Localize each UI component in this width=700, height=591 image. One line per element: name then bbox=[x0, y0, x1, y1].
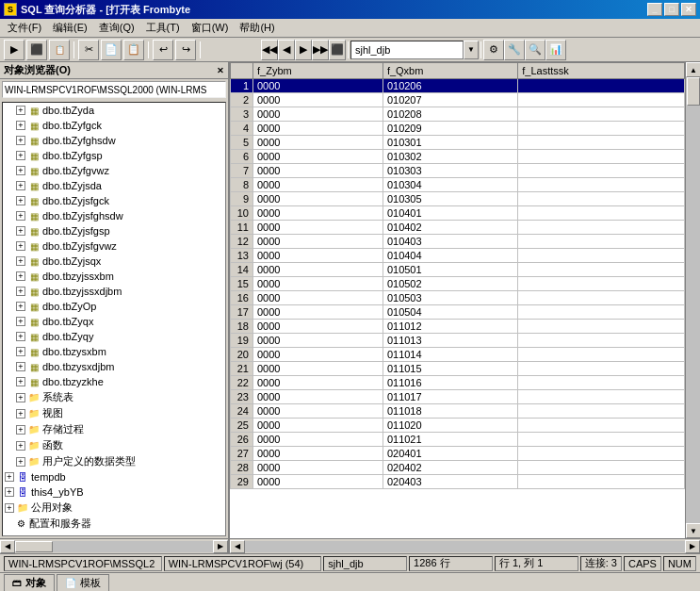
tree-item-tbZyjsfgck[interactable]: + ▦ dbo.tbZyjsfgck bbox=[3, 193, 225, 208]
toolbar-next-btn[interactable]: ▶ bbox=[295, 40, 312, 60]
cell[interactable]: 011018 bbox=[383, 404, 517, 419]
expand-icon[interactable]: + bbox=[5, 487, 14, 497]
toolbar-btn-6[interactable]: 📋 bbox=[123, 40, 144, 60]
expand-icon[interactable]: + bbox=[16, 393, 25, 402]
cell[interactable]: 010404 bbox=[383, 249, 517, 263]
hscroll-left[interactable]: ◀ bbox=[230, 540, 245, 553]
tree-item-tbzyjssxdjbm[interactable]: + ▦ dbo.tbzyjssxdjbm bbox=[3, 284, 225, 299]
expand-icon[interactable]: + bbox=[16, 377, 25, 386]
cell[interactable]: 0000 bbox=[253, 93, 383, 107]
cell[interactable]: 010305 bbox=[383, 192, 517, 206]
tree-item-tbZyfgsp[interactable]: + ▦ dbo.tbZyfgsp bbox=[3, 148, 225, 163]
cell[interactable] bbox=[518, 192, 685, 206]
expand-icon[interactable]: + bbox=[16, 362, 25, 371]
tree-item-views[interactable]: + 📁 视图 bbox=[3, 405, 225, 421]
expand-icon[interactable]: + bbox=[16, 181, 25, 190]
table-row[interactable]: 260000011021 bbox=[231, 433, 685, 447]
expand-icon[interactable]: + bbox=[5, 472, 14, 482]
cell[interactable] bbox=[518, 320, 685, 334]
scroll-down-btn[interactable]: ▼ bbox=[686, 523, 700, 538]
table-row[interactable]: 220000011016 bbox=[231, 376, 685, 390]
cell[interactable]: 0000 bbox=[253, 277, 383, 291]
object-browser-dropdown[interactable]: WIN-LRMSPCV1ROF\MSSQL2000 (WIN-LRMS bbox=[2, 81, 226, 98]
cell[interactable] bbox=[518, 362, 685, 376]
cell[interactable]: 010206 bbox=[383, 79, 517, 93]
cell[interactable]: 020402 bbox=[383, 461, 517, 475]
cell[interactable]: 0000 bbox=[253, 263, 383, 277]
cell[interactable]: 010403 bbox=[383, 235, 517, 249]
cell[interactable]: 010402 bbox=[383, 221, 517, 235]
tree-item-systables[interactable]: + 📁 系统表 bbox=[3, 389, 225, 405]
cell[interactable]: 011015 bbox=[383, 362, 517, 376]
tree-item-configserver[interactable]: ⚙ 配置和服务器 bbox=[3, 516, 225, 532]
tree-item-tbZyqy[interactable]: + ▦ dbo.tbZyqy bbox=[3, 329, 225, 344]
cell[interactable]: 010504 bbox=[383, 305, 517, 320]
cell[interactable]: 010501 bbox=[383, 263, 517, 277]
minimize-button[interactable]: _ bbox=[647, 3, 662, 16]
cell[interactable] bbox=[518, 404, 685, 419]
tree-item-sprocs[interactable]: + 📁 存储过程 bbox=[3, 421, 225, 437]
cell[interactable]: 0000 bbox=[253, 291, 383, 305]
cell[interactable]: 0000 bbox=[253, 221, 383, 235]
table-row[interactable]: 210000011015 bbox=[231, 362, 685, 376]
expand-icon[interactable]: + bbox=[16, 241, 25, 251]
cell[interactable]: 0000 bbox=[253, 447, 383, 461]
toolbar-last-btn[interactable]: ▶▶ bbox=[312, 40, 329, 60]
cell[interactable]: 0000 bbox=[253, 178, 383, 192]
cell[interactable] bbox=[518, 79, 685, 93]
tree-item-tbZyda[interactable]: + ▦ dbo.tbZyda bbox=[3, 103, 225, 118]
table-row[interactable]: 70000010303 bbox=[231, 164, 685, 178]
table-row[interactable]: 290000020403 bbox=[231, 475, 685, 489]
expand-icon[interactable]: + bbox=[16, 151, 25, 160]
menu-window[interactable]: 窗口(W) bbox=[186, 19, 235, 37]
cell[interactable]: 010208 bbox=[383, 107, 517, 122]
right-scrollbar[interactable]: ▲ ▼ bbox=[685, 62, 700, 538]
cell[interactable]: 0000 bbox=[253, 136, 383, 150]
cell[interactable]: 0000 bbox=[253, 433, 383, 447]
cell[interactable] bbox=[518, 235, 685, 249]
menu-file[interactable]: 文件(F) bbox=[2, 19, 47, 37]
tree-item-tbzysxbm[interactable]: + ▦ dbo.tbzysxbm bbox=[3, 344, 225, 359]
cell[interactable]: 011021 bbox=[383, 433, 517, 447]
cell[interactable]: 020403 bbox=[383, 475, 517, 489]
cell[interactable]: 0000 bbox=[253, 79, 383, 93]
expand-icon[interactable]: + bbox=[16, 271, 25, 281]
expand-icon[interactable]: + bbox=[5, 503, 14, 513]
table-row[interactable]: 60000010302 bbox=[231, 150, 685, 164]
toolbar-btn-8[interactable]: ↪ bbox=[175, 40, 196, 60]
expand-icon[interactable]: + bbox=[16, 441, 25, 451]
cell[interactable]: 0000 bbox=[253, 390, 383, 404]
cell[interactable] bbox=[518, 475, 685, 489]
cell[interactable]: 0000 bbox=[253, 475, 383, 489]
table-row[interactable]: 50000010301 bbox=[231, 136, 685, 150]
cell[interactable]: 0000 bbox=[253, 376, 383, 390]
toolbar-btn-5[interactable]: 📄 bbox=[101, 40, 122, 60]
tree-item-functions[interactable]: + 📁 函数 bbox=[3, 437, 225, 453]
cell[interactable] bbox=[518, 305, 685, 320]
expand-icon[interactable]: + bbox=[16, 226, 25, 236]
menu-edit[interactable]: 编辑(E) bbox=[47, 19, 93, 37]
cell[interactable] bbox=[518, 334, 685, 348]
cell[interactable] bbox=[518, 249, 685, 263]
grid-container[interactable]: f_Zybm f_Qxbm f_Lasttssk 100000102062000… bbox=[230, 62, 685, 538]
toolbar-btn-3[interactable]: 📋 bbox=[49, 40, 70, 60]
expand-icon[interactable]: + bbox=[16, 332, 25, 341]
expand-icon[interactable]: + bbox=[16, 166, 25, 175]
scroll-thumb[interactable] bbox=[15, 541, 53, 552]
cell[interactable]: 0000 bbox=[253, 192, 383, 206]
tree-item-tempdb[interactable]: + 🗄 tempdb bbox=[3, 469, 225, 484]
cell[interactable] bbox=[518, 178, 685, 192]
toolbar-btn-props[interactable]: ⚙ bbox=[483, 40, 504, 60]
table-row[interactable]: 170000010504 bbox=[231, 305, 685, 320]
tree-item-tbZyfghsdw[interactable]: + ▦ dbo.tbZyfghsdw bbox=[3, 133, 225, 148]
tree-item-publicobj[interactable]: + 📁 公用对象 bbox=[3, 500, 225, 516]
cell[interactable] bbox=[518, 93, 685, 107]
tree-item-tbZyfgck[interactable]: + ▦ dbo.tbZyfgck bbox=[3, 118, 225, 133]
table-row[interactable]: 20000010207 bbox=[231, 93, 685, 107]
close-button[interactable]: ✕ bbox=[681, 3, 696, 16]
table-row[interactable]: 10000010206 bbox=[231, 79, 685, 93]
table-dropdown[interactable]: sjhl_djb bbox=[350, 41, 464, 59]
cell[interactable]: 010209 bbox=[383, 122, 517, 136]
cell[interactable] bbox=[518, 277, 685, 291]
scroll-up-btn[interactable]: ▲ bbox=[686, 62, 700, 77]
